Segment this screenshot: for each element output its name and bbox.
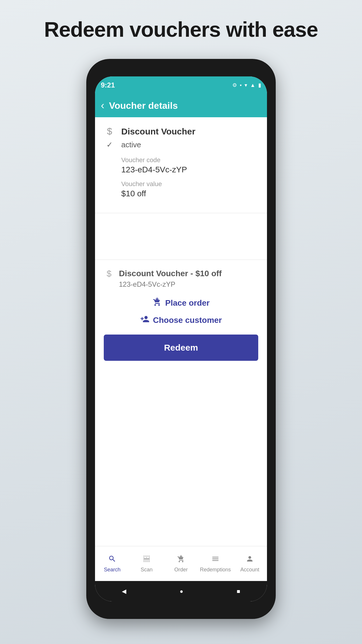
android-home[interactable]: ●	[180, 588, 183, 595]
top-bar: ‹ Voucher details	[95, 94, 267, 117]
voucher-info-block: Voucher code 123-eD4-5Vc-zYP Voucher val…	[104, 156, 258, 198]
android-back[interactable]: ◀	[122, 588, 126, 595]
check-icon: ✓	[104, 140, 115, 149]
choose-customer-icon	[140, 314, 150, 326]
back-button[interactable]: ‹	[101, 99, 104, 112]
nav-account[interactable]: Account	[233, 546, 267, 581]
empty-section	[95, 213, 267, 260]
screen-title: Voucher details	[109, 100, 178, 111]
redemptions-nav-icon	[211, 555, 219, 565]
code-label: Voucher code	[121, 156, 258, 164]
voucher-name: Discount Voucher	[121, 127, 195, 136]
nav-search[interactable]: Search	[95, 546, 129, 581]
place-order-button[interactable]: Place order	[152, 297, 210, 309]
order-nav-label: Order	[174, 567, 188, 573]
signal-icon: ▲	[250, 82, 255, 88]
card-title-row: $ Discount Voucher - $10 off	[104, 269, 258, 279]
card-title: Discount Voucher - $10 off	[119, 269, 222, 278]
code-value: 123-eD4-5Vc-zYP	[121, 165, 258, 174]
value-label: Voucher value	[121, 180, 258, 188]
sim-icon: ▪	[240, 82, 242, 88]
scan-nav-icon	[143, 555, 151, 565]
account-nav-label: Account	[240, 567, 259, 573]
scan-nav-label: Scan	[140, 567, 152, 573]
nav-order[interactable]: Order	[164, 546, 198, 581]
voucher-detail-section: $ Discount Voucher ✓ active Voucher code…	[95, 117, 267, 213]
nav-redemptions[interactable]: Redemptions	[198, 546, 233, 581]
page-title: Redeem vouchers with ease	[44, 18, 318, 41]
redeem-button[interactable]: Redeem	[104, 335, 258, 361]
nav-scan[interactable]: Scan	[129, 546, 164, 581]
wifi-icon: ▾	[245, 82, 247, 88]
voucher-status-row: ✓ active	[104, 140, 258, 149]
voucher-name-row: $ Discount Voucher	[104, 126, 258, 137]
android-recent[interactable]: ■	[237, 588, 240, 595]
order-nav-icon	[177, 555, 185, 565]
voucher-status: active	[121, 140, 141, 149]
redemptions-nav-label: Redemptions	[200, 567, 231, 573]
battery-icon: ▮	[258, 82, 261, 88]
settings-icon: ⚙	[232, 82, 237, 88]
account-nav-icon	[246, 555, 254, 565]
choose-customer-button[interactable]: Choose customer	[140, 314, 222, 326]
content-area: $ Discount Voucher ✓ active Voucher code…	[95, 117, 267, 546]
android-nav-bar: ◀ ● ■	[95, 581, 267, 601]
value-value: $10 off	[121, 189, 258, 198]
bottom-nav: Search Scan Order	[95, 546, 267, 581]
phone-frame: 9:21 ⚙ ▪ ▾ ▲ ▮ ‹ Voucher details $ Disco…	[86, 59, 276, 619]
phone-screen: 9:21 ⚙ ▪ ▾ ▲ ▮ ‹ Voucher details $ Disco…	[95, 76, 267, 601]
card-dollar-icon: $	[104, 269, 114, 279]
place-order-label: Place order	[165, 298, 210, 308]
status-time: 9:21	[101, 81, 115, 89]
search-nav-icon	[108, 555, 116, 565]
place-order-icon	[152, 297, 162, 309]
action-buttons: Place order Choose customer	[104, 297, 258, 326]
status-bar: 9:21 ⚙ ▪ ▾ ▲ ▮	[95, 76, 267, 94]
bottom-card: $ Discount Voucher - $10 off 123-eD4-5Vc…	[95, 260, 267, 546]
search-nav-label: Search	[104, 567, 120, 573]
choose-customer-label: Choose customer	[153, 316, 222, 325]
status-icons: ⚙ ▪ ▾ ▲ ▮	[232, 82, 261, 88]
card-code: 123-eD4-5Vc-zYP	[119, 280, 258, 288]
dollar-icon: $	[104, 126, 115, 137]
